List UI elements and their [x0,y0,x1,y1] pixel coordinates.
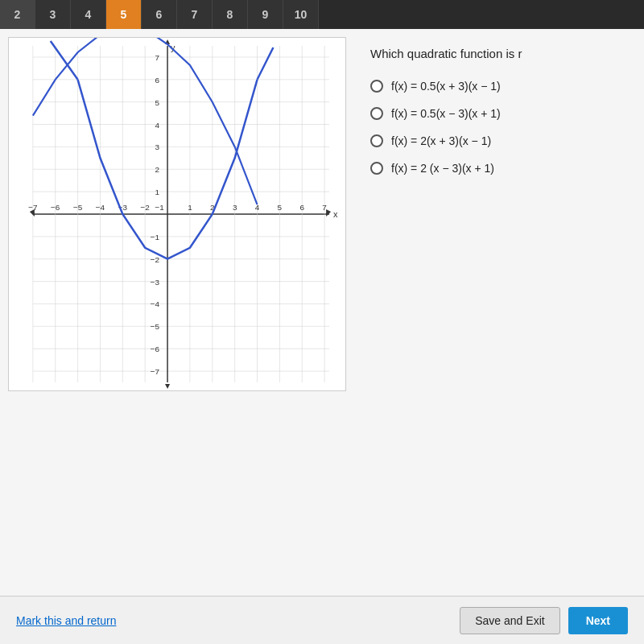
nav-tab-6[interactable]: 6 [142,0,177,29]
question-area: Which quadratic function is r f(x) = 0.5… [354,37,636,588]
option-d-text: f(x) = 2 (x − 3)(x + 1) [391,162,494,175]
svg-text:−1: −1 [155,203,164,212]
svg-text:7: 7 [155,53,160,62]
option-b-text: f(x) = 0.5(x − 3)(x + 1) [391,107,501,120]
svg-text:−6: −6 [51,203,60,212]
bottom-bar: Mark this and return Save and Exit Next [0,596,644,644]
option-c[interactable]: f(x) = 2(x + 3)(x − 1) [370,134,620,147]
nav-tab-10[interactable]: 10 [283,0,319,29]
svg-text:7: 7 [322,203,327,212]
graph-svg: −7 −6 −5 −4 −3 −2 −1 1 2 3 4 5 6 7 x 7 6… [9,38,345,390]
radio-c[interactable] [370,134,383,147]
svg-text:1: 1 [188,203,192,212]
radio-b[interactable] [370,107,383,120]
svg-text:−4: −4 [151,299,160,308]
svg-text:−7: −7 [28,203,38,212]
option-a-text: f(x) = 0.5(x + 3)(x − 1) [391,80,501,93]
nav-tab-9[interactable]: 9 [248,0,283,29]
svg-text:4: 4 [155,121,160,130]
svg-text:−5: −5 [151,322,160,331]
top-navigation: 2 3 4 5 6 7 8 9 10 [0,0,644,29]
svg-text:5: 5 [278,203,283,212]
nav-tab-3[interactable]: 3 [35,0,71,29]
nav-tab-7[interactable]: 7 [177,0,213,29]
next-button[interactable]: Next [568,607,628,634]
svg-text:−5: −5 [73,203,83,212]
svg-text:1: 1 [155,188,160,196]
svg-text:−4: −4 [96,203,105,212]
svg-text:−3: −3 [151,278,160,287]
nav-tab-2[interactable]: 2 [0,0,35,29]
svg-text:3: 3 [155,142,160,151]
svg-text:6: 6 [155,76,160,85]
svg-text:−6: −6 [151,345,160,353]
svg-text:−1: −1 [151,233,160,242]
nav-tab-8[interactable]: 8 [213,0,248,29]
option-b[interactable]: f(x) = 0.5(x − 3)(x + 1) [370,107,620,120]
bottom-buttons: Save and Exit Next [460,607,628,634]
svg-text:5: 5 [155,98,160,107]
mark-return-link[interactable]: Mark this and return [16,614,117,627]
nav-tab-4[interactable]: 4 [71,0,106,29]
question-text: Which quadratic function is r [370,45,620,62]
radio-d[interactable] [370,162,383,175]
save-exit-button[interactable]: Save and Exit [460,607,559,634]
option-c-text: f(x) = 2(x + 3)(x − 1) [391,134,491,147]
main-content: −7 −6 −5 −4 −3 −2 −1 1 2 3 4 5 6 7 x 7 6… [0,29,644,596]
svg-text:2: 2 [155,165,160,174]
option-a[interactable]: f(x) = 0.5(x + 3)(x − 1) [370,80,620,93]
svg-text:x: x [333,209,338,219]
option-d[interactable]: f(x) = 2 (x − 3)(x + 1) [370,162,620,175]
svg-text:−7: −7 [151,367,160,376]
graph-container: −7 −6 −5 −4 −3 −2 −1 1 2 3 4 5 6 7 x 7 6… [8,37,346,391]
svg-text:−2: −2 [151,255,160,264]
nav-tab-5[interactable]: 5 [106,0,142,29]
radio-a[interactable] [370,80,383,93]
svg-text:6: 6 [299,203,304,212]
svg-text:3: 3 [233,203,237,212]
svg-text:−2: −2 [141,203,151,212]
